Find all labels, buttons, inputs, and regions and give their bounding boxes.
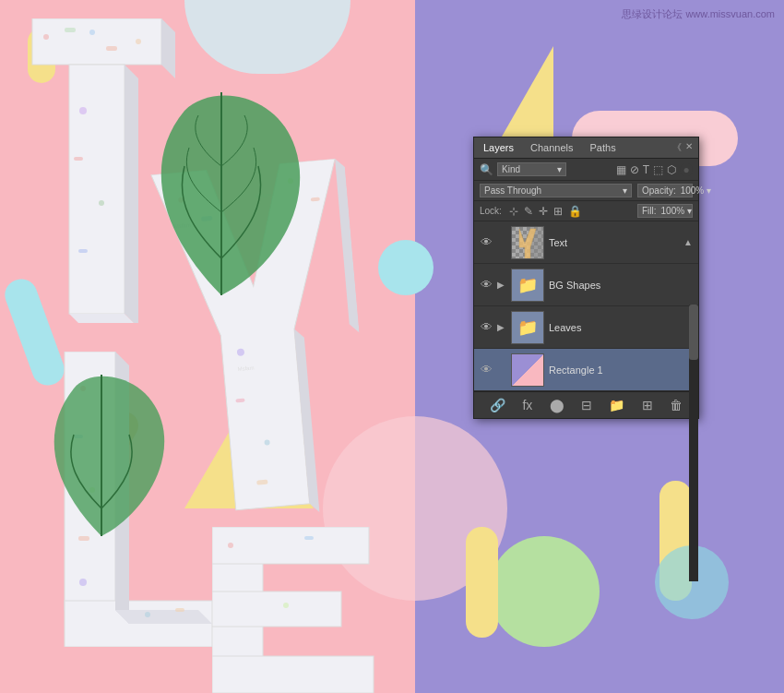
- layer-name-bgshapes: BG Shapes: [549, 280, 693, 291]
- visibility-text[interactable]: 👁: [480, 236, 493, 249]
- svg-rect-9: [106, 46, 117, 51]
- thumb-text: ⬚: [511, 226, 544, 259]
- panel-tabs: Layers Channels Paths: [480, 140, 620, 155]
- lock-position-icon[interactable]: ✎: [524, 205, 533, 218]
- tab-layers[interactable]: Layers: [480, 140, 517, 155]
- svg-point-38: [145, 612, 150, 617]
- blend-mode-dropdown[interactable]: Pass Through ▾: [480, 184, 632, 197]
- dropdown-arrow: ▾: [557, 164, 562, 174]
- layer-name-leaves: Leaves: [549, 322, 693, 333]
- svg-marker-2: [161, 18, 175, 78]
- layer-name-rect1: Rectangle 1: [549, 364, 693, 376]
- svg-point-37: [79, 579, 87, 586]
- svg-rect-1: [69, 65, 125, 314]
- filter-icon-2[interactable]: ⊘: [630, 163, 639, 176]
- collapse-icon[interactable]: 《: [672, 141, 682, 154]
- trash-button[interactable]: 🗑: [666, 396, 686, 414]
- lock-label: Lock:: [480, 206, 502, 216]
- filter-icon-4[interactable]: ⬚: [653, 163, 663, 176]
- filter-icon-3[interactable]: T: [643, 163, 649, 176]
- svg-rect-13: [78, 249, 88, 253]
- svg-point-44: [228, 543, 233, 548]
- filter-icon-1[interactable]: ▦: [616, 163, 626, 176]
- svg-rect-45: [304, 536, 314, 540]
- close-icon[interactable]: ✕: [685, 141, 693, 154]
- leaf-bottom: [28, 361, 175, 545]
- panel-titlebar: Layers Channels Paths 《 ✕: [474, 137, 698, 159]
- lock-icons: ⊹ ✎ ✛ ⊞ 🔒: [509, 205, 582, 218]
- panel-toolbar: 🔗 fx ⬤ ⊟ 📁 ⊞ 🗑: [474, 391, 698, 418]
- svg-marker-31: [115, 610, 212, 624]
- visibility-leaves[interactable]: 👁: [480, 321, 493, 334]
- layer-item-leaves[interactable]: 👁 ▶ 📁 Leaves: [474, 306, 698, 349]
- filter-toggle[interactable]: ●: [680, 163, 693, 176]
- link-button[interactable]: 🔗: [486, 396, 509, 414]
- kind-dropdown[interactable]: Kind ▾: [497, 162, 566, 176]
- layers-panel: Layers Channels Paths 《 ✕ 🔍 Kind ▾ ▦ ⊘ T…: [473, 137, 699, 419]
- panel-scrollbar[interactable]: [689, 305, 698, 581]
- lock-icon[interactable]: 🔒: [568, 205, 582, 218]
- group-button[interactable]: 📁: [605, 396, 628, 414]
- opacity-arrow: ▾: [707, 185, 711, 196]
- thumb-bgshapes: 📁: [511, 269, 544, 302]
- filter-icons: ▦ ⊘ T ⬚ ⬡ ●: [616, 163, 693, 176]
- panel-title-icons: 《 ✕: [672, 141, 693, 154]
- yellow-cylinder-bottom: [466, 527, 498, 638]
- svg-rect-24: [256, 480, 267, 485]
- thumb-rect1: [511, 353, 544, 387]
- expand-bgshapes[interactable]: ▶: [497, 280, 506, 290]
- fill-field[interactable]: Fill: 100% ▾: [637, 204, 693, 218]
- mask-button[interactable]: ⊟: [577, 396, 596, 414]
- green-circle: [489, 536, 600, 647]
- svg-rect-42: [212, 591, 341, 627]
- svg-rect-41: [212, 527, 369, 564]
- adjustment-button[interactable]: ⬤: [546, 396, 568, 414]
- letter-E: [212, 527, 397, 693]
- svg-point-7: [136, 39, 141, 44]
- svg-rect-11: [74, 157, 83, 161]
- layers-list: 👁 ⬚ Text ▲ 👁 ▶ 📁 BG Shapes: [474, 221, 698, 391]
- cyan-circle: [378, 240, 434, 295]
- svg-point-5: [43, 34, 49, 40]
- opacity-field[interactable]: Opacity: 100% ▾: [637, 184, 693, 197]
- visibility-bgshapes[interactable]: 👁: [480, 279, 493, 292]
- blend-arrow: ▾: [623, 185, 627, 196]
- lock-all-icon[interactable]: ⊞: [553, 205, 563, 218]
- svg-point-12: [99, 200, 104, 206]
- filter-icon-5[interactable]: ⬡: [667, 163, 676, 176]
- fill-arrow: ▾: [687, 206, 692, 216]
- fx-button[interactable]: fx: [518, 396, 536, 414]
- scrollbar-thumb[interactable]: [689, 305, 698, 360]
- blend-row: Pass Through ▾ Opacity: 100% ▾: [474, 181, 698, 201]
- layer-item-rect1[interactable]: 👁 Rectangle 1: [474, 349, 698, 391]
- layer-name-text: Text: [549, 237, 679, 248]
- lock-move-icon[interactable]: ✛: [539, 205, 548, 218]
- svg-point-46: [283, 603, 289, 608]
- expand-leaves[interactable]: ▶: [497, 322, 506, 332]
- search-icon: 🔍: [480, 163, 493, 176]
- layer-item-text[interactable]: 👁 ⬚ Text ▲: [474, 221, 698, 264]
- lock-row: Lock: ⊹ ✎ ✛ ⊞ 🔒 Fill: 100% ▾: [474, 201, 698, 221]
- filter-row: 🔍 Kind ▾ ▦ ⊘ T ⬚ ⬡ ●: [474, 159, 698, 181]
- thumb-leaves: 📁: [511, 311, 544, 344]
- lock-pixels-icon[interactable]: ⊹: [509, 205, 518, 218]
- layer-arrow-text: ▲: [683, 237, 693, 247]
- svg-rect-0: [32, 18, 161, 65]
- layer-item-bgshapes[interactable]: 👁 ▶ 📁 BG Shapes: [474, 264, 698, 306]
- artboard-button[interactable]: ⊞: [638, 396, 657, 414]
- visibility-rect1[interactable]: 👁: [480, 364, 493, 376]
- tab-paths[interactable]: Paths: [587, 140, 620, 155]
- svg-point-6: [89, 30, 95, 35]
- watermark: 思绿设计论坛 www.missvuan.com: [622, 7, 775, 21]
- tab-channels[interactable]: Channels: [527, 140, 576, 155]
- svg-point-10: [79, 107, 87, 114]
- svg-rect-43: [212, 656, 374, 693]
- svg-rect-39: [175, 608, 184, 612]
- svg-rect-8: [65, 28, 76, 32]
- leaf-top: [129, 74, 314, 305]
